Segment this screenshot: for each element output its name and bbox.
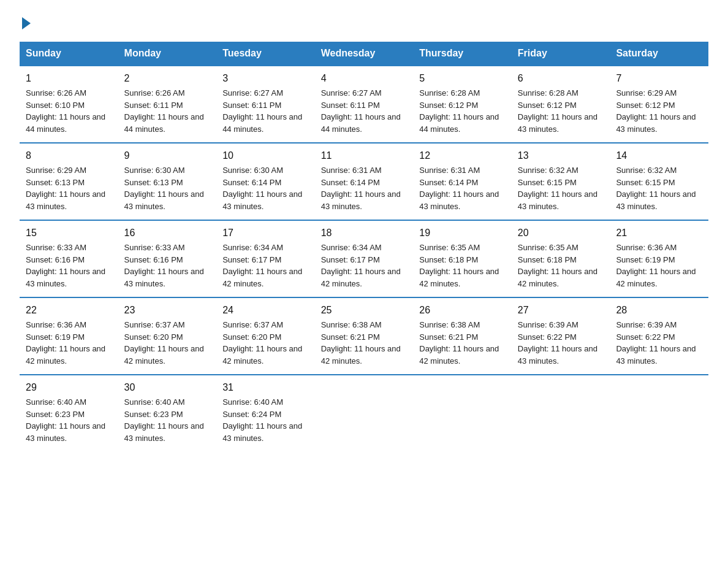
day-number: 21	[616, 226, 702, 240]
day-info: Sunrise: 6:29 AMSunset: 6:13 PMDaylight:…	[26, 166, 105, 211]
calendar-cell: 16 Sunrise: 6:33 AMSunset: 6:16 PMDaylig…	[118, 220, 217, 297]
day-info: Sunrise: 6:36 AMSunset: 6:19 PMDaylight:…	[26, 320, 105, 366]
day-info: Sunrise: 6:29 AMSunset: 6:12 PMDaylight:…	[616, 88, 696, 134]
day-info: Sunrise: 6:28 AMSunset: 6:12 PMDaylight:…	[419, 88, 499, 134]
day-number: 10	[222, 148, 309, 163]
calendar-cell: 1 Sunrise: 6:26 AMSunset: 6:10 PMDayligh…	[20, 66, 118, 143]
day-info: Sunrise: 6:28 AMSunset: 6:12 PMDaylight:…	[518, 88, 597, 134]
day-info: Sunrise: 6:33 AMSunset: 6:16 PMDaylight:…	[26, 243, 105, 288]
calendar-cell: 3 Sunrise: 6:27 AMSunset: 6:11 PMDayligh…	[216, 66, 315, 143]
calendar-cell: 4 Sunrise: 6:27 AMSunset: 6:11 PMDayligh…	[315, 66, 414, 143]
day-info: Sunrise: 6:33 AMSunset: 6:16 PMDaylight:…	[124, 243, 204, 288]
day-number: 12	[419, 148, 506, 163]
day-info: Sunrise: 6:26 AMSunset: 6:11 PMDaylight:…	[124, 88, 204, 134]
day-number: 3	[222, 71, 309, 86]
day-number: 31	[222, 380, 309, 395]
day-info: Sunrise: 6:35 AMSunset: 6:18 PMDaylight:…	[419, 243, 499, 288]
day-number: 24	[222, 303, 309, 318]
calendar-cell: 17 Sunrise: 6:34 AMSunset: 6:17 PMDaylig…	[216, 220, 315, 297]
calendar-header: SundayMondayTuesdayWednesdayThursdayFrid…	[20, 42, 708, 66]
day-info: Sunrise: 6:38 AMSunset: 6:21 PMDaylight:…	[321, 320, 401, 366]
day-info: Sunrise: 6:38 AMSunset: 6:21 PMDaylight:…	[419, 320, 499, 366]
day-info: Sunrise: 6:36 AMSunset: 6:19 PMDaylight:…	[616, 243, 696, 288]
day-number: 23	[124, 303, 211, 318]
calendar-cell: 14 Sunrise: 6:32 AMSunset: 6:15 PMDaylig…	[610, 143, 708, 220]
calendar-cell: 26 Sunrise: 6:38 AMSunset: 6:21 PMDaylig…	[413, 297, 512, 375]
day-info: Sunrise: 6:37 AMSunset: 6:20 PMDaylight:…	[222, 320, 302, 366]
day-info: Sunrise: 6:39 AMSunset: 6:22 PMDaylight:…	[616, 320, 696, 366]
day-number: 7	[616, 71, 702, 86]
day-number: 27	[518, 303, 604, 318]
calendar-cell: 11 Sunrise: 6:31 AMSunset: 6:14 PMDaylig…	[315, 143, 414, 220]
day-info: Sunrise: 6:26 AMSunset: 6:10 PMDaylight:…	[26, 88, 105, 134]
calendar-cell: 9 Sunrise: 6:30 AMSunset: 6:13 PMDayligh…	[118, 143, 217, 220]
day-number: 15	[26, 226, 112, 240]
day-number: 25	[321, 303, 408, 318]
calendar-cell: 24 Sunrise: 6:37 AMSunset: 6:20 PMDaylig…	[216, 297, 315, 375]
logo	[20, 15, 31, 29]
day-number: 14	[616, 148, 702, 163]
day-number: 8	[26, 148, 112, 163]
page-header	[20, 15, 708, 29]
calendar-cell: 27 Sunrise: 6:39 AMSunset: 6:22 PMDaylig…	[512, 297, 610, 375]
calendar-cell: 13 Sunrise: 6:32 AMSunset: 6:15 PMDaylig…	[512, 143, 610, 220]
calendar-cell: 18 Sunrise: 6:34 AMSunset: 6:17 PMDaylig…	[315, 220, 414, 297]
week-row-3: 15 Sunrise: 6:33 AMSunset: 6:16 PMDaylig…	[20, 220, 708, 297]
day-number: 9	[124, 148, 211, 163]
calendar-body: 1 Sunrise: 6:26 AMSunset: 6:10 PMDayligh…	[20, 66, 708, 451]
day-info: Sunrise: 6:40 AMSunset: 6:23 PMDaylight:…	[26, 397, 105, 443]
day-info: Sunrise: 6:30 AMSunset: 6:13 PMDaylight:…	[124, 166, 204, 211]
day-number: 11	[321, 148, 408, 163]
day-number: 17	[222, 226, 309, 240]
calendar-cell: 28 Sunrise: 6:39 AMSunset: 6:22 PMDaylig…	[610, 297, 708, 375]
header-row: SundayMondayTuesdayWednesdayThursdayFrid…	[20, 42, 708, 66]
calendar-cell: 5 Sunrise: 6:28 AMSunset: 6:12 PMDayligh…	[413, 66, 512, 143]
logo-arrow-icon	[22, 17, 31, 29]
calendar-cell: 29 Sunrise: 6:40 AMSunset: 6:23 PMDaylig…	[20, 375, 118, 451]
day-number: 22	[26, 303, 112, 318]
day-number: 20	[518, 226, 604, 240]
day-info: Sunrise: 6:35 AMSunset: 6:18 PMDaylight:…	[518, 243, 597, 288]
week-row-4: 22 Sunrise: 6:36 AMSunset: 6:19 PMDaylig…	[20, 297, 708, 375]
calendar-cell: 10 Sunrise: 6:30 AMSunset: 6:14 PMDaylig…	[216, 143, 315, 220]
calendar-cell	[512, 375, 610, 451]
day-info: Sunrise: 6:31 AMSunset: 6:14 PMDaylight:…	[321, 166, 401, 211]
day-info: Sunrise: 6:34 AMSunset: 6:17 PMDaylight:…	[321, 243, 401, 288]
day-info: Sunrise: 6:40 AMSunset: 6:23 PMDaylight:…	[124, 397, 204, 443]
day-info: Sunrise: 6:32 AMSunset: 6:15 PMDaylight:…	[616, 166, 696, 211]
header-cell-wednesday: Wednesday	[315, 42, 414, 66]
calendar-cell: 7 Sunrise: 6:29 AMSunset: 6:12 PMDayligh…	[610, 66, 708, 143]
calendar-cell: 22 Sunrise: 6:36 AMSunset: 6:19 PMDaylig…	[20, 297, 118, 375]
header-cell-monday: Monday	[118, 42, 217, 66]
day-info: Sunrise: 6:37 AMSunset: 6:20 PMDaylight:…	[124, 320, 204, 366]
day-info: Sunrise: 6:34 AMSunset: 6:17 PMDaylight:…	[222, 243, 302, 288]
calendar-cell: 2 Sunrise: 6:26 AMSunset: 6:11 PMDayligh…	[118, 66, 217, 143]
calendar-cell: 15 Sunrise: 6:33 AMSunset: 6:16 PMDaylig…	[20, 220, 118, 297]
calendar-cell: 19 Sunrise: 6:35 AMSunset: 6:18 PMDaylig…	[413, 220, 512, 297]
day-number: 16	[124, 226, 211, 240]
day-info: Sunrise: 6:27 AMSunset: 6:11 PMDaylight:…	[222, 88, 302, 134]
day-number: 13	[518, 148, 604, 163]
day-number: 2	[124, 71, 211, 86]
day-info: Sunrise: 6:30 AMSunset: 6:14 PMDaylight:…	[222, 166, 302, 211]
header-cell-saturday: Saturday	[610, 42, 708, 66]
calendar-table: SundayMondayTuesdayWednesdayThursdayFrid…	[20, 42, 708, 451]
calendar-cell: 6 Sunrise: 6:28 AMSunset: 6:12 PMDayligh…	[512, 66, 610, 143]
day-info: Sunrise: 6:27 AMSunset: 6:11 PMDaylight:…	[321, 88, 401, 134]
day-number: 29	[26, 380, 112, 395]
day-number: 28	[616, 303, 702, 318]
calendar-cell: 23 Sunrise: 6:37 AMSunset: 6:20 PMDaylig…	[118, 297, 217, 375]
calendar-cell	[610, 375, 708, 451]
week-row-5: 29 Sunrise: 6:40 AMSunset: 6:23 PMDaylig…	[20, 375, 708, 451]
header-cell-tuesday: Tuesday	[216, 42, 315, 66]
day-info: Sunrise: 6:32 AMSunset: 6:15 PMDaylight:…	[518, 166, 597, 211]
header-cell-thursday: Thursday	[413, 42, 512, 66]
day-number: 19	[419, 226, 506, 240]
week-row-1: 1 Sunrise: 6:26 AMSunset: 6:10 PMDayligh…	[20, 66, 708, 143]
day-number: 6	[518, 71, 604, 86]
week-row-2: 8 Sunrise: 6:29 AMSunset: 6:13 PMDayligh…	[20, 143, 708, 220]
calendar-cell: 31 Sunrise: 6:40 AMSunset: 6:24 PMDaylig…	[216, 375, 315, 451]
day-info: Sunrise: 6:31 AMSunset: 6:14 PMDaylight:…	[419, 166, 499, 211]
calendar-cell: 30 Sunrise: 6:40 AMSunset: 6:23 PMDaylig…	[118, 375, 217, 451]
day-number: 1	[26, 71, 112, 86]
